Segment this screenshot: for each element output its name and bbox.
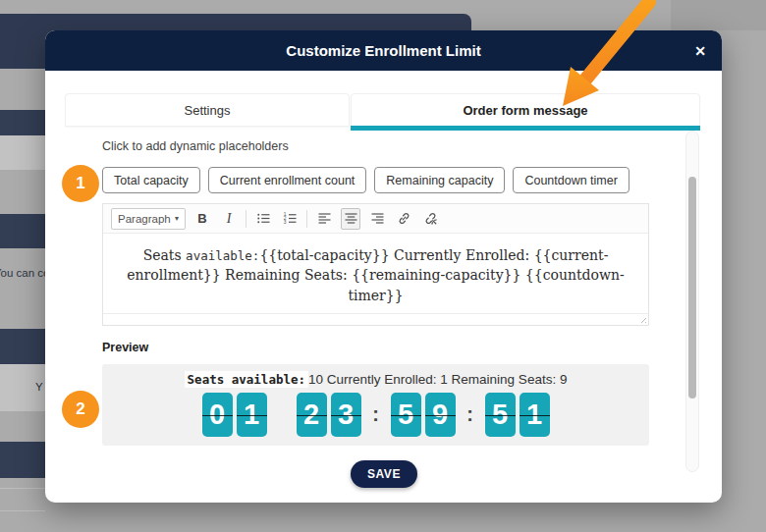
tab-order-form-message-label: Order form message: [463, 103, 587, 118]
unlink-icon: [423, 211, 438, 226]
countdown-colon: :: [361, 403, 391, 426]
dialog-title: Customize Enrollment Limit: [286, 42, 480, 59]
remove-link-button[interactable]: [420, 208, 440, 230]
toolbar-divider: [246, 210, 246, 228]
customize-enrollment-limit-dialog: Customize Enrollment Limit ✕ Settings Or…: [45, 30, 722, 503]
format-select-value: Paragraph: [118, 213, 171, 225]
numbered-list-icon: 123: [283, 211, 298, 226]
message-editor: Paragraph ▾ B I 123: [102, 203, 649, 326]
bold-button[interactable]: B: [192, 208, 212, 230]
step-1-badge: 1: [62, 165, 99, 202]
countdown-timer-button[interactable]: Countdown timer: [513, 167, 629, 193]
preview-message: Seats available:10 Currently Enrolled: 1…: [102, 372, 649, 387]
total-capacity-button[interactable]: Total capacity: [102, 167, 200, 193]
placeholder-buttons-row: Total capacity Current enrollment count …: [102, 167, 629, 193]
editor-content[interactable]: Seats available:{{total-capacity}} Curre…: [103, 234, 648, 313]
countdown-timer: 0 1 2 3 : 5 9 : 5 1: [102, 393, 649, 437]
countdown-minutes: 5 9: [391, 393, 456, 437]
format-select[interactable]: Paragraph ▾: [111, 208, 186, 230]
backdrop-divider: [0, 510, 45, 511]
link-icon: [397, 211, 411, 226]
bullet-list-icon: [256, 211, 271, 226]
editor-text-mono: available:: [186, 248, 259, 263]
align-right-icon: [370, 211, 385, 226]
align-center-button[interactable]: [341, 208, 360, 230]
backdrop-divider: [0, 488, 45, 489]
align-left-button[interactable]: [314, 208, 334, 230]
preview-message-rest: 10 Currently Enrolled: 1 Remaining Seats…: [308, 372, 567, 387]
preview-label: Preview: [102, 341, 148, 354]
countdown-hours: 2 3: [297, 393, 361, 437]
tab-settings-label: Settings: [185, 103, 231, 118]
bullet-list-button[interactable]: [253, 208, 273, 230]
tab-order-form-message[interactable]: Order form message: [351, 93, 700, 127]
align-left-icon: [317, 211, 332, 226]
editor-toolbar: Paragraph ▾ B I 123: [103, 204, 648, 234]
countdown-digit: 1: [520, 393, 550, 437]
preview-panel: Seats available:10 Currently Enrolled: 1…: [102, 364, 649, 446]
insert-link-button[interactable]: [394, 208, 413, 230]
save-button[interactable]: SAVE: [351, 460, 417, 488]
countdown-digit: 0: [202, 393, 233, 437]
countdown-digit: 5: [485, 393, 516, 437]
countdown-digit: 3: [331, 393, 361, 437]
backdrop-row-bar: [0, 214, 45, 248]
editor-text-serif: Seats: [143, 247, 186, 263]
close-icon[interactable]: ✕: [694, 30, 706, 71]
chevron-down-icon: ▾: [175, 214, 179, 223]
backdrop-right-column: [671, 0, 766, 30]
scrollbar[interactable]: [685, 131, 699, 472]
backdrop-row-bar: [0, 329, 45, 364]
countdown-digit: 1: [237, 393, 267, 437]
svg-text:3: 3: [283, 220, 286, 225]
countdown-seconds: 5 1: [485, 393, 550, 437]
countdown-colon: :: [456, 403, 485, 426]
placeholders-hint: Click to add dynamic placeholders: [102, 139, 289, 153]
backdrop-row-bar: [0, 110, 45, 135]
remaining-capacity-button[interactable]: Remaining capacity: [374, 167, 505, 193]
step-2-badge: 2: [62, 391, 99, 428]
scrollbar-thumb[interactable]: [688, 177, 696, 399]
dialog-header: Customize Enrollment Limit ✕: [45, 30, 722, 71]
active-tab-indicator: [351, 126, 700, 131]
tab-settings[interactable]: Settings: [65, 93, 350, 127]
current-enrollment-count-button[interactable]: Current enrollment count: [208, 167, 367, 193]
preview-message-mono: Seats available:: [185, 371, 308, 388]
numbered-list-button[interactable]: 123: [280, 208, 300, 230]
align-right-button[interactable]: [367, 208, 387, 230]
countdown-digit: 9: [425, 393, 456, 437]
backdrop-row-light: [0, 135, 45, 170]
countdown-days: 0 1: [202, 393, 267, 437]
align-center-icon: [344, 211, 358, 226]
countdown-digit: 2: [297, 393, 327, 437]
editor-statusbar: [103, 313, 648, 325]
backdrop-row-bar: [0, 442, 45, 478]
resize-grip-icon[interactable]: [637, 314, 646, 323]
backdrop-text: You can co: [0, 267, 45, 279]
italic-button[interactable]: I: [219, 208, 239, 230]
toolbar-divider: [306, 210, 307, 228]
countdown-digit: 5: [391, 393, 421, 437]
